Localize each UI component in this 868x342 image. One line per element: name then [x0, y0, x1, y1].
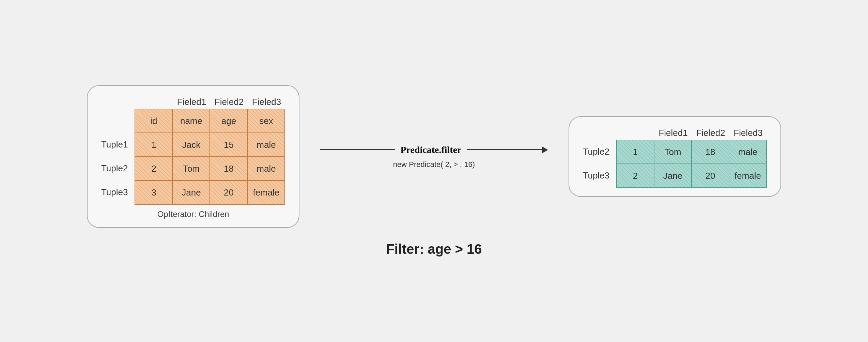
right-field-spacer: [620, 128, 654, 138]
arrow-head: [542, 146, 548, 153]
left-field-spacer: [142, 97, 173, 107]
right-cell-r1c3: 18: [692, 140, 729, 164]
right-tuple2-label: Tuple2: [583, 140, 614, 164]
cell-header-name: name: [172, 109, 210, 133]
table-row: 3 Jane 20 female: [135, 181, 285, 204]
right-data-table: 1 Tom 18 male 2 Jane 20 female: [616, 140, 767, 188]
predicate-title: Predicate.filter: [400, 144, 461, 155]
table-row: 1 Jack 15 male: [135, 133, 285, 157]
left-field1-label: Fieled1: [173, 97, 210, 107]
right-row-labels: Tuple2 Tuple3: [583, 140, 614, 187]
right-field2-label: Fieled2: [692, 128, 729, 138]
left-field3-label: Fieled3: [248, 97, 285, 107]
cell-r1c2: Jack: [172, 133, 210, 157]
right-table-wrapper: Tuple2 Tuple3 1 Tom 18 male 2 Jane: [583, 140, 767, 188]
table-row: 1 Tom 18 male: [617, 140, 766, 164]
right-field-headers: Fieled1 Fieled2 Fieled3: [583, 128, 767, 138]
right-tuple3-label: Tuple3: [583, 164, 614, 187]
right-cell-r2c4: female: [729, 164, 766, 188]
right-cell-r2c2: Jane: [654, 164, 692, 188]
left-field-headers: Fieled1 Fieled2 Fieled3: [101, 97, 285, 107]
predicate-label: Predicate.filter: [320, 144, 548, 155]
cell-r2c3: 18: [210, 157, 247, 181]
right-cell-r2c3: 20: [692, 164, 729, 188]
predicate-sub: new Predicate( 2, > , 16): [393, 160, 475, 169]
table-row: id name age sex: [135, 109, 285, 133]
cell-r3c3: 20: [210, 181, 247, 204]
canvas: Fieled1 Fieled2 Fieled3 Tuple1 Tuple2 Tu…: [25, 18, 843, 324]
right-box: Fieled1 Fieled2 Fieled3 Tuple2 Tuple3 1 …: [569, 116, 781, 197]
cell-r2c1: 2: [135, 157, 172, 181]
left-box-footer: OpIterator: Children: [101, 209, 285, 219]
left-tuple2-label: Tuple2: [101, 156, 132, 180]
cell-r3c4: female: [247, 181, 285, 204]
cell-r2c2: Tom: [172, 157, 210, 181]
left-data-table: id name age sex 1 Jack 15 male 2: [135, 109, 285, 205]
right-cell-r1c2: Tom: [654, 140, 692, 164]
cell-header-sex: sex: [247, 109, 285, 133]
arrow-shaft-left: [320, 149, 395, 150]
right-field3-label: Fieled3: [729, 128, 767, 138]
arrow-area: Predicate.filter new Predicate( 2, > , 1…: [320, 144, 548, 169]
right-field1-label: Fieled1: [654, 128, 692, 138]
cell-r1c3: 15: [210, 133, 247, 157]
arrow-line-top: Predicate.filter: [320, 144, 548, 155]
cell-r2c4: male: [247, 157, 285, 181]
table-row: 2 Tom 18 male: [135, 157, 285, 181]
cell-header-age: age: [210, 109, 247, 133]
cell-r3c1: 3: [135, 181, 172, 204]
arrow-shaft-right: [467, 149, 542, 150]
cell-r3c2: Jane: [172, 181, 210, 204]
left-row-labels: Tuple1 Tuple2 Tuple3: [101, 109, 132, 204]
filter-label: Filter: age > 16: [386, 242, 482, 257]
left-box: Fieled1 Fieled2 Fieled3 Tuple1 Tuple2 Tu…: [87, 85, 300, 228]
left-tuple1-label: Tuple1: [101, 133, 132, 156]
right-cell-r1c4: male: [729, 140, 766, 164]
left-tuple3-label: Tuple3: [101, 180, 132, 204]
cell-r1c4: male: [247, 133, 285, 157]
cell-r1c1: 1: [135, 133, 172, 157]
right-cell-r1c1: 1: [617, 140, 654, 164]
right-cell-r2c1: 2: [617, 164, 654, 188]
table-row: 2 Jane 20 female: [617, 164, 766, 188]
diagram-row: Fieled1 Fieled2 Fieled3 Tuple1 Tuple2 Tu…: [87, 85, 781, 228]
left-header-row-label: [101, 109, 132, 133]
left-table-wrapper: Tuple1 Tuple2 Tuple3 id name age sex 1: [101, 109, 285, 205]
left-field2-label: Fieled2: [210, 97, 248, 107]
cell-header-id: id: [135, 109, 172, 133]
